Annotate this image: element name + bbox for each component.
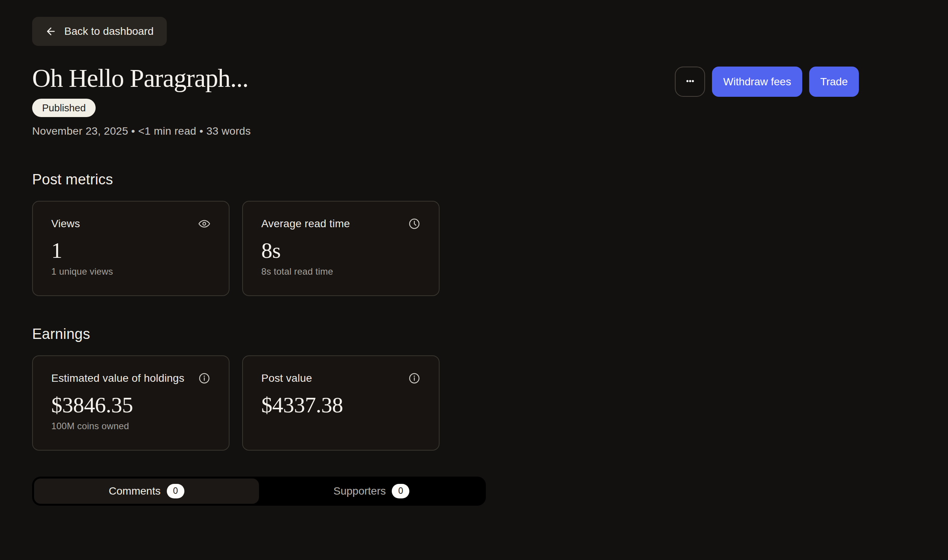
views-sub: 1 unique views — [51, 266, 210, 277]
status-badge: Published — [32, 99, 96, 117]
back-button-label: Back to dashboard — [64, 25, 154, 37]
tab-supporters-label: Supporters — [334, 485, 386, 497]
average-read-time-card: Average read time 8s 8s total read time — [242, 201, 440, 296]
views-value: 1 — [51, 238, 210, 263]
post-metrics-heading: Post metrics — [32, 171, 916, 188]
post-dashboard-page: Back to dashboard Oh Hello Paragraph... … — [0, 0, 948, 506]
average-read-time-value: 8s — [261, 238, 420, 263]
tab-comments[interactable]: Comments 0 — [34, 479, 259, 504]
post-value-value: $4337.38 — [261, 392, 420, 418]
comments-supporters-tabs: Comments 0 Supporters 0 — [32, 477, 486, 506]
post-value-label: Post value — [261, 372, 312, 384]
clock-icon — [408, 218, 420, 230]
post-header: Oh Hello Paragraph... Published November… — [32, 64, 916, 138]
trade-button[interactable]: Trade — [809, 67, 859, 97]
info-icon[interactable] — [408, 372, 420, 384]
tab-comments-label: Comments — [109, 485, 160, 497]
withdraw-fees-button[interactable]: Withdraw fees — [712, 67, 802, 97]
estimated-holdings-value: $3846.35 — [51, 392, 210, 418]
post-value-card: Post value $4337.38 — [242, 355, 440, 451]
estimated-holdings-card: Estimated value of holdings $3846.35 100… — [32, 355, 230, 451]
page-title: Oh Hello Paragraph... — [32, 64, 251, 92]
earnings-cards: Estimated value of holdings $3846.35 100… — [32, 355, 916, 451]
info-icon[interactable] — [198, 372, 210, 384]
tab-supporters[interactable]: Supporters 0 — [259, 479, 484, 504]
views-card: Views 1 1 unique views — [32, 201, 230, 296]
supporters-count-badge: 0 — [392, 484, 409, 498]
earnings-heading: Earnings — [32, 326, 916, 342]
eye-icon — [198, 218, 210, 230]
back-to-dashboard-button[interactable]: Back to dashboard — [32, 17, 167, 46]
ellipsis-icon — [684, 75, 697, 89]
post-header-left: Oh Hello Paragraph... Published November… — [32, 64, 251, 138]
average-read-time-label: Average read time — [261, 218, 350, 230]
average-read-time-sub: 8s total read time — [261, 266, 420, 277]
post-metrics-cards: Views 1 1 unique views Average read time — [32, 201, 916, 296]
arrow-left-icon — [45, 26, 57, 37]
more-options-button[interactable] — [675, 67, 705, 97]
post-meta: November 23, 2025 • <1 min read • 33 wor… — [32, 125, 251, 138]
views-card-label: Views — [51, 218, 80, 230]
header-actions: Withdraw fees Trade — [675, 67, 859, 97]
comments-count-badge: 0 — [167, 484, 184, 498]
estimated-holdings-sub: 100M coins owned — [51, 421, 210, 431]
estimated-holdings-label: Estimated value of holdings — [51, 372, 184, 384]
